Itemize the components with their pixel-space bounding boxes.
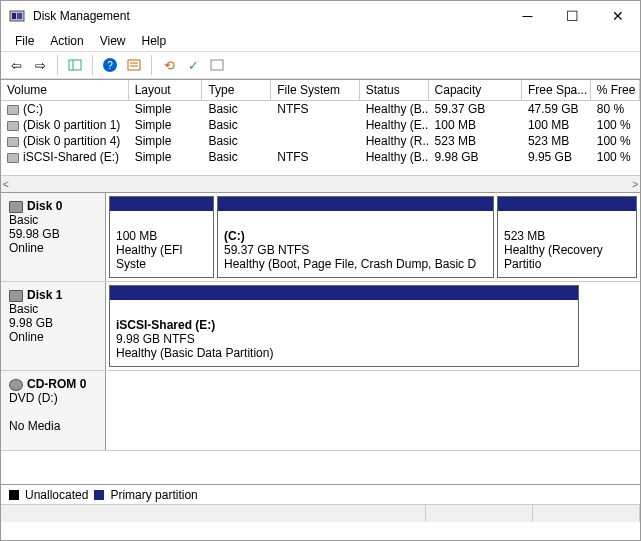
- scroll-right-icon: >: [632, 179, 638, 190]
- status-cell: [1, 505, 426, 522]
- volume-icon: [7, 153, 19, 163]
- refresh-button[interactable]: ⟲: [158, 54, 180, 76]
- content-area: Volume Layout Type File System Status Ca…: [1, 79, 640, 504]
- vol-name: (Disk 0 partition 4): [23, 134, 120, 148]
- svg-rect-8: [211, 60, 223, 70]
- partition-bar: [110, 197, 213, 211]
- vol-name: (C:): [23, 102, 43, 116]
- separator: [92, 55, 93, 75]
- panel-icon: [68, 58, 82, 72]
- window-title: Disk Management: [33, 9, 505, 23]
- disk-info[interactable]: Disk 1 Basic 9.98 GB Online: [1, 282, 106, 370]
- disk-icon: [9, 290, 23, 302]
- legend-square-unalloc: [9, 490, 19, 500]
- disk-row: CD-ROM 0 DVD (D:) No Media: [1, 371, 640, 451]
- disk-partitions: iSCSI-Shared (E:)9.98 GB NTFSHealthy (Ba…: [106, 282, 640, 370]
- cdrom-icon: [9, 379, 23, 391]
- disk-name: Disk 1: [27, 288, 62, 302]
- app-icon: [9, 8, 25, 24]
- col-filesystem[interactable]: File System: [271, 80, 359, 100]
- check-icon: ✓: [188, 58, 199, 73]
- legend: Unallocated Primary partition: [1, 484, 640, 504]
- partition-block[interactable]: 523 MBHealthy (Recovery Partitio: [497, 196, 637, 278]
- volume-row[interactable]: (C:) Simple Basic NTFS Healthy (B... 59.…: [1, 101, 640, 117]
- menu-file[interactable]: File: [7, 32, 42, 50]
- vol-name: iSCSI-Shared (E:): [23, 150, 119, 164]
- menu-view[interactable]: View: [92, 32, 134, 50]
- toolbar: ⇦ ⇨ ? ⟲ ✓: [1, 51, 640, 79]
- disk-info[interactable]: Disk 0 Basic 59.98 GB Online: [1, 193, 106, 281]
- disk-info[interactable]: CD-ROM 0 DVD (D:) No Media: [1, 371, 106, 450]
- disk-icon: [9, 201, 23, 213]
- arrow-left-icon: ⇦: [11, 58, 22, 73]
- partition-bar: [498, 197, 636, 211]
- col-volume[interactable]: Volume: [1, 80, 129, 100]
- volume-row[interactable]: iSCSI-Shared (E:) Simple Basic NTFS Heal…: [1, 149, 640, 165]
- refresh-icon: ⟲: [164, 58, 175, 73]
- volume-list: Volume Layout Type File System Status Ca…: [1, 80, 640, 192]
- svg-rect-3: [69, 60, 81, 70]
- maximize-button[interactable]: ☐: [550, 1, 595, 31]
- back-button[interactable]: ⇦: [5, 54, 27, 76]
- col-capacity[interactable]: Capacity: [429, 80, 522, 100]
- menubar: File Action View Help: [1, 31, 640, 51]
- minimize-button[interactable]: ─: [505, 1, 550, 31]
- list-icon: [210, 58, 224, 72]
- status-cell: [533, 505, 640, 522]
- help-icon: ?: [103, 58, 117, 72]
- status-bar: [1, 504, 640, 522]
- volume-icon: [7, 105, 19, 115]
- col-pct[interactable]: % Free: [591, 80, 640, 100]
- col-layout[interactable]: Layout: [129, 80, 203, 100]
- disk-map: Disk 0 Basic 59.98 GB Online 100 MBHealt…: [1, 192, 640, 484]
- status-cell: [426, 505, 533, 522]
- menu-action[interactable]: Action: [42, 32, 91, 50]
- legend-label: Unallocated: [25, 488, 88, 502]
- forward-button[interactable]: ⇨: [29, 54, 51, 76]
- volume-row[interactable]: (Disk 0 partition 4) Simple Basic Health…: [1, 133, 640, 149]
- disk-partitions: [106, 371, 640, 450]
- properties-button[interactable]: ✓: [182, 54, 204, 76]
- disk-row: Disk 0 Basic 59.98 GB Online 100 MBHealt…: [1, 193, 640, 282]
- svg-rect-1: [12, 13, 16, 19]
- volume-icon: [7, 121, 19, 131]
- close-button[interactable]: ✕: [595, 1, 640, 31]
- volume-icon: [7, 137, 19, 147]
- h-scrollbar[interactable]: <>: [1, 175, 640, 192]
- menu-help[interactable]: Help: [134, 32, 175, 50]
- col-status[interactable]: Status: [360, 80, 429, 100]
- help-button[interactable]: ?: [99, 54, 121, 76]
- legend-square-primary: [94, 490, 104, 500]
- partition-block[interactable]: 100 MBHealthy (EFI Syste: [109, 196, 214, 278]
- legend-label: Primary partition: [110, 488, 197, 502]
- separator: [151, 55, 152, 75]
- partition-bar: [110, 286, 578, 300]
- disk-name: Disk 0: [27, 199, 62, 213]
- partition-bar: [218, 197, 493, 211]
- partition-block[interactable]: iSCSI-Shared (E:)9.98 GB NTFSHealthy (Ba…: [109, 285, 579, 367]
- separator: [57, 55, 58, 75]
- volume-row[interactable]: (Disk 0 partition 1) Simple Basic Health…: [1, 117, 640, 133]
- settings-button[interactable]: [123, 54, 145, 76]
- show-hide-button[interactable]: [64, 54, 86, 76]
- svg-rect-2: [17, 13, 22, 19]
- col-type[interactable]: Type: [202, 80, 271, 100]
- titlebar[interactable]: Disk Management ─ ☐ ✕: [1, 1, 640, 31]
- list-button[interactable]: [206, 54, 228, 76]
- settings-icon: [127, 58, 141, 72]
- disk-name: CD-ROM 0: [27, 377, 86, 391]
- disk-row: Disk 1 Basic 9.98 GB Online iSCSI-Shared…: [1, 282, 640, 371]
- volume-header: Volume Layout Type File System Status Ca…: [1, 80, 640, 101]
- vol-name: (Disk 0 partition 1): [23, 118, 120, 132]
- svg-rect-5: [128, 60, 140, 70]
- disk-partitions: 100 MBHealthy (EFI Syste (C:)59.37 GB NT…: [106, 193, 640, 281]
- scroll-left-icon: <: [3, 179, 9, 190]
- partition-block[interactable]: (C:)59.37 GB NTFSHealthy (Boot, Page Fil…: [217, 196, 494, 278]
- arrow-right-icon: ⇨: [35, 58, 46, 73]
- col-free[interactable]: Free Spa...: [522, 80, 591, 100]
